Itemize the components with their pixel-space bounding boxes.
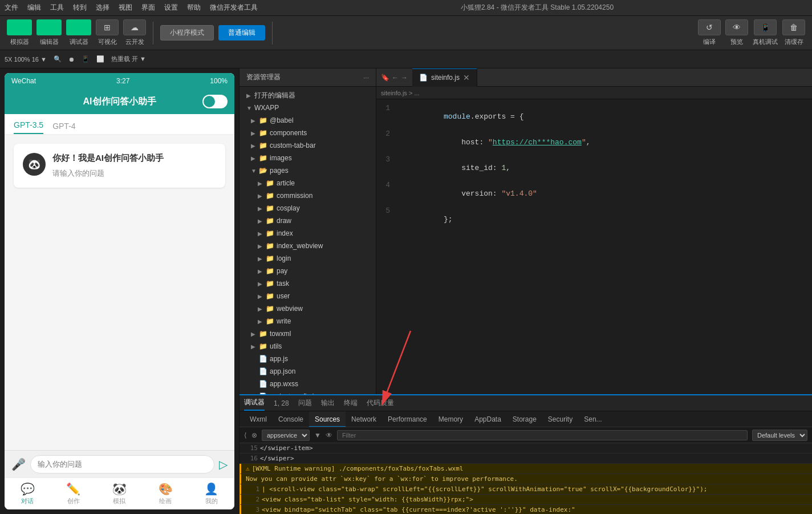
log-area[interactable]: 15 </swiper-item> 16 </swiper> ⚠ [WXML R… [376, 443, 812, 514]
editor-tab-close[interactable]: ✕ [463, 73, 470, 82]
hot-reload[interactable]: 热重载 开 ▼ [111, 55, 146, 63]
dev-tab-more[interactable]: Sen... [578, 411, 607, 427]
phone-title-bar: AI创作问答小助手 [5, 89, 234, 114]
phone-carrier: WeChat [11, 77, 36, 85]
wxapp-section[interactable]: ▼ WXAPP [239, 102, 376, 114]
folder-article-label: article [277, 179, 295, 187]
folder-draw-label: draw [277, 217, 291, 225]
folder-images[interactable]: ▶ 📁 images [239, 152, 376, 164]
cloud-group: ☁ 云开发 [123, 19, 146, 46]
file-tree-more[interactable]: ··· [363, 74, 369, 82]
folder-article[interactable]: ▶ 📁 article [239, 177, 376, 189]
menu-file[interactable]: 文件 [5, 3, 18, 13]
nav-back-button[interactable]: ← [392, 74, 399, 82]
menu-settings[interactable]: 设置 [164, 3, 178, 13]
folder-utils[interactable]: ▶ 📁 utils [239, 340, 376, 353]
dev-tab-memory[interactable]: Memory [433, 411, 469, 427]
editor-button[interactable] [36, 19, 62, 35]
search-button[interactable]: 🔍 [54, 55, 62, 63]
menu-select[interactable]: 选择 [96, 3, 109, 13]
menu-help[interactable]: 帮助 [187, 3, 201, 13]
folder-components[interactable]: ▶ 📁 components [239, 127, 376, 139]
menu-goto[interactable]: 转到 [73, 3, 87, 13]
file-appjson[interactable]: ▶ 📄 app.json [239, 365, 376, 378]
folder-towxml-icon: 📁 [259, 330, 267, 338]
send-icon[interactable]: ▷ [219, 458, 228, 471]
folder-login[interactable]: ▶ 📁 login [239, 252, 376, 265]
menu-interface[interactable]: 界面 [141, 3, 155, 13]
preview-group: 👁 预览 [725, 19, 748, 46]
filter-input[interactable] [376, 430, 748, 440]
folder-write-label: write [277, 317, 291, 325]
clear-cache-group: 🗑 清缓存 [782, 19, 805, 46]
folder-index-webview[interactable]: ▶ 📁 index_webview [239, 240, 376, 252]
compile-button[interactable]: ↺ [698, 19, 721, 35]
devtools-filter-bar: ⟨ ⊗ appservice ▼ 👁 Default levels [376, 427, 812, 443]
folder-task[interactable]: ▶ 📁 task [239, 277, 376, 290]
stop-button[interactable]: ⏺ [68, 56, 75, 63]
editor-tab-siteinfo[interactable]: 📄 siteinfo.js ✕ [412, 68, 477, 87]
clear-cache-button[interactable]: 🗑 [782, 19, 805, 35]
tab-gpt4[interactable]: GPT-4 [52, 122, 75, 134]
editor-tab-icon: 📄 [419, 74, 428, 82]
folder-commission[interactable]: ▶ 📁 commission [239, 189, 376, 202]
nav-draw[interactable]: 🎨 绘画 [143, 478, 189, 509]
chat-bubble: 🐼 你好！我是AI创作问答小助手 请输入你的问题 [14, 144, 225, 188]
dev-tab-storage[interactable]: Storage [507, 411, 542, 427]
visual-group: ⊞ 可视化 [96, 19, 119, 46]
devtools-tab-quality[interactable]: 代码质量 [376, 396, 394, 410]
create-icon: ✏️ [66, 482, 80, 496]
real-debug-button[interactable]: 📱 [754, 19, 777, 35]
preview-button[interactable]: 👁 [725, 19, 748, 35]
menu-edit[interactable]: 编辑 [27, 3, 41, 13]
menu-wechat-dev[interactable]: 微信开发者工具 [210, 3, 258, 13]
folder-cosplay[interactable]: ▶ 📁 cosplay [239, 202, 376, 214]
folder-webview[interactable]: ▶ 📁 webview [239, 302, 376, 315]
filter-level-select[interactable]: Default levels [752, 430, 807, 441]
folder-towxml[interactable]: ▶ 📁 towxml [239, 327, 376, 340]
folder-index[interactable]: ▶ 📁 index [239, 227, 376, 240]
menu-tools[interactable]: 工具 [50, 3, 64, 13]
chat-subtitle: 请输入你的问题 [52, 168, 164, 179]
phone-input[interactable] [30, 455, 214, 473]
folder-draw[interactable]: ▶ 📁 draw [239, 214, 376, 227]
phone-status-bar: WeChat 3:27 100% [5, 73, 234, 89]
dev-tab-network[interactable]: Network [376, 411, 382, 427]
debugger-button[interactable] [66, 19, 91, 35]
nav-create[interactable]: ✏️ 创作 [51, 478, 97, 509]
phone-toggle[interactable] [202, 95, 228, 108]
compile-mode-button[interactable]: 普通编辑 [218, 25, 265, 41]
zoom-level[interactable]: 5X 100% 16 ▼ [5, 56, 47, 63]
folder-babel[interactable]: ▶ 📁 @babel [239, 114, 376, 127]
folder-iw-icon: 📁 [266, 242, 274, 250]
nav-simulate[interactable]: 🐼 模拟 [96, 478, 143, 509]
folder-pages[interactable]: ▼ 📂 pages [239, 164, 376, 177]
compile-label: 编译 [703, 38, 716, 46]
folder-user[interactable]: ▶ 📁 user [239, 290, 376, 302]
nav-profile[interactable]: 👤 我的 [188, 478, 234, 509]
dev-tab-security[interactable]: Security [542, 411, 578, 427]
line-content-3: site_id: 1, [399, 155, 812, 181]
visual-button[interactable]: ⊞ [96, 19, 119, 35]
nav-chat[interactable]: 💬 对话 [5, 478, 51, 509]
tab-gpt35[interactable]: GPT-3.5 [14, 120, 43, 134]
chat-text: 你好！我是AI创作问答小助手 请输入你的问题 [52, 153, 164, 179]
menu-view[interactable]: 视图 [119, 3, 132, 13]
folder-custom-tab-bar[interactable]: ▶ 📁 custom-tab-bar [239, 139, 376, 152]
open-editors-arrow: ▶ [246, 92, 252, 99]
open-editors-section[interactable]: ▶ 打开的编辑器 [239, 89, 376, 102]
log-line-16: 16 </swiper> [376, 454, 812, 464]
dev-tab-appdata[interactable]: AppData [469, 411, 507, 427]
folder-babel-label: @babel [270, 116, 294, 124]
cloud-button[interactable]: ☁ [123, 19, 146, 35]
folder-utils-icon: 📁 [259, 342, 267, 350]
mini-mode-button[interactable]: 小程序模式 [160, 25, 214, 41]
dev-tab-performance[interactable]: Performance [382, 411, 433, 427]
folder-write[interactable]: ▶ 📁 write [239, 315, 376, 327]
file-appjs[interactable]: ▶ 📄 app.js [239, 353, 376, 365]
file-appwxss[interactable]: ▶ 📄 app.wxss [239, 378, 376, 390]
simulator-button[interactable] [7, 19, 32, 35]
folder-pay[interactable]: ▶ 📁 pay [239, 265, 376, 277]
nav-forward-button[interactable]: → [401, 74, 408, 82]
real-debug-label: 真机调试 [753, 38, 778, 46]
